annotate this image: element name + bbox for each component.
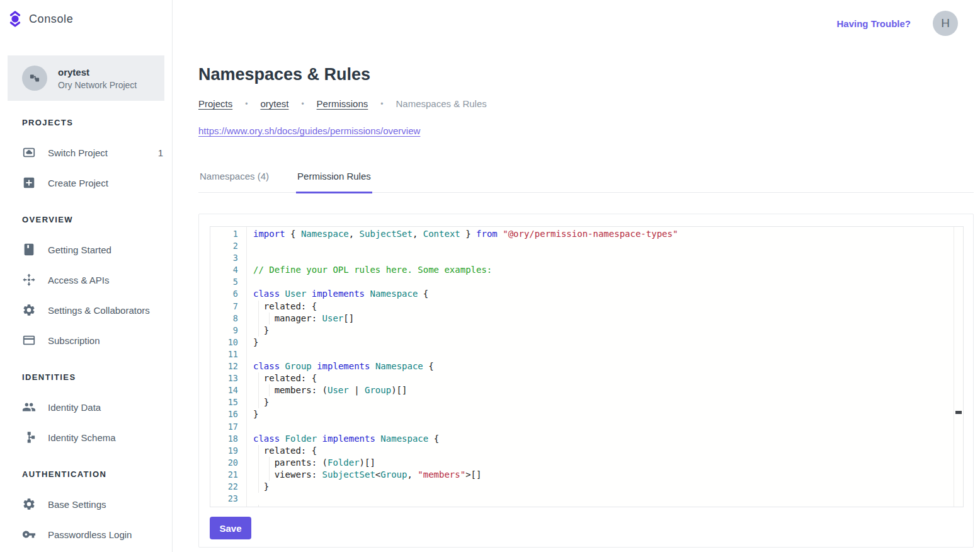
line-number: 6 [210, 288, 238, 300]
project-type: Ory Network Project [58, 80, 137, 90]
breadcrumb-link-orytest[interactable]: orytest [260, 98, 288, 109]
breadcrumb-link-projects[interactable]: Projects [198, 98, 232, 109]
sidebar-item-label: Create Project [48, 178, 108, 188]
code-line[interactable]: class Folder implements Namespace { [253, 433, 963, 445]
sidebar-section-authentication: AUTHENTICATION [22, 469, 172, 479]
sidebar-item-label: Access & APIs [48, 275, 110, 285]
code-line[interactable] [253, 421, 963, 433]
line-number: 8 [210, 313, 238, 325]
code-line[interactable] [253, 276, 963, 288]
code-line[interactable]: viewers: SubjectSet<Group, "members">[] [253, 469, 963, 481]
project-switcher-card[interactable]: orytest Ory Network Project [8, 55, 164, 101]
indent-guide [253, 505, 264, 507]
editor-scrollbar-thumb[interactable] [955, 411, 962, 414]
line-number: 13 [210, 372, 238, 384]
sidebar-item-subscription[interactable]: Subscription [0, 325, 172, 355]
sidebar-item-getting-started[interactable]: Getting Started [0, 234, 172, 265]
code-line[interactable] [253, 493, 963, 505]
line-number: 11 [210, 348, 238, 360]
tab-permission-rules[interactable]: Permission Rules [296, 169, 372, 193]
code-line[interactable] [253, 252, 963, 264]
line-number: 14 [210, 384, 238, 396]
code-line[interactable] [253, 240, 963, 252]
sidebar-item-passwordless-login[interactable]: Passwordless Login [0, 519, 172, 549]
sidebar-item-label: Subscription [48, 335, 100, 346]
code-editor[interactable]: 123456789101112131415161718192021222324 … [210, 226, 964, 507]
line-number: 10 [210, 336, 238, 348]
sidebar: Console orytest Ory Network Project PROJ… [0, 0, 173, 552]
sidebar-item-identity-schema[interactable]: Identity Schema [0, 422, 172, 452]
app-logo[interactable]: Console [8, 10, 73, 28]
code-line[interactable]: related: { [253, 445, 963, 457]
editor-line-numbers: 123456789101112131415161718192021222324 [210, 227, 247, 507]
ory-logo-icon [8, 10, 23, 28]
save-button[interactable]: Save [210, 517, 251, 539]
sidebar-item-label: Getting Started [48, 244, 111, 255]
tab-namespaces-4[interactable]: Namespaces (4) [198, 169, 270, 193]
code-line[interactable]: } [253, 336, 963, 348]
code-line[interactable]: related: { [253, 372, 963, 384]
docs-link[interactable]: https://www.ory.sh/docs/guides/permissio… [198, 125, 420, 136]
line-number: 16 [210, 408, 238, 420]
line-number: 22 [210, 481, 238, 493]
code-line[interactable]: manager: User[] [253, 313, 963, 325]
indent-guide [253, 481, 264, 493]
base-settings-icon [22, 497, 36, 511]
sidebar-item-label: Base Settings [48, 499, 106, 510]
line-number: 17 [210, 421, 238, 433]
subscription-icon [22, 333, 36, 347]
code-line[interactable]: // Define your OPL rules here. Some exam… [253, 264, 963, 276]
code-line[interactable]: class User implements Namespace { [253, 288, 963, 300]
page: Console orytest Ory Network Project PROJ… [0, 0, 980, 552]
indent-guide [253, 396, 264, 408]
tab-bar: Namespaces (4)Permission Rules [198, 169, 974, 193]
breadcrumb-separator: • [245, 100, 248, 108]
sidebar-item-switch-project[interactable]: Switch Project1 [0, 137, 172, 168]
code-line[interactable]: parents: (Folder)[] [253, 457, 963, 469]
editor-scrollbar[interactable] [954, 227, 963, 507]
sidebar-item-label: Identity Data [48, 402, 101, 413]
create-project-icon [22, 176, 36, 190]
sidebar-item-access-apis[interactable]: Access & APIs [0, 265, 172, 295]
sidebar-item-settings-collaborators[interactable]: Settings & Collaborators [0, 295, 172, 325]
indent-guide [253, 313, 264, 325]
editor-code-area[interactable]: import { Namespace, SubjectSet, Context … [247, 227, 963, 507]
code-line[interactable]: import { Namespace, SubjectSet, Context … [253, 228, 963, 240]
indent-guide [264, 384, 275, 396]
project-name: orytest [58, 67, 137, 78]
indent-guide [253, 372, 264, 384]
identity-data-icon [22, 400, 36, 414]
line-number: 19 [210, 445, 238, 457]
code-line[interactable]: related: { [253, 301, 963, 313]
project-hierarchy-icon [28, 72, 41, 84]
code-line[interactable]: } [253, 325, 963, 336]
indent-guide [264, 469, 275, 481]
sidebar-item-create-project[interactable]: Create Project [0, 168, 172, 198]
sidebar-item-badge: 1 [158, 147, 163, 158]
sidebar-section-overview: OVERVIEW [22, 215, 172, 224]
code-line[interactable]: members: (User | Group)[] [253, 384, 963, 396]
code-line[interactable]: } [253, 396, 963, 408]
code-line[interactable]: permits = { [253, 505, 963, 507]
project-avatar [22, 66, 47, 91]
code-line[interactable]: } [253, 481, 963, 493]
breadcrumb-current: Namespaces & Rules [396, 98, 487, 109]
line-number: 23 [210, 493, 238, 505]
settings-icon [22, 303, 36, 317]
indent-guide [253, 384, 264, 396]
sidebar-section-identities: IDENTITIES [22, 372, 172, 382]
code-line[interactable] [253, 348, 963, 360]
indent-guide [253, 457, 264, 469]
indent-guide [253, 469, 264, 481]
indent-guide [264, 313, 275, 325]
breadcrumb-link-permissions[interactable]: Permissions [317, 98, 368, 109]
sidebar-item-identity-data[interactable]: Identity Data [0, 392, 172, 422]
breadcrumb-separator: • [380, 100, 383, 108]
sidebar-item-base-settings[interactable]: Base Settings [0, 489, 172, 519]
line-number: 24 [210, 505, 238, 507]
access-apis-icon [22, 273, 36, 287]
code-line[interactable]: class Group implements Namespace { [253, 360, 963, 372]
line-number: 15 [210, 396, 238, 408]
code-line[interactable]: } [253, 408, 963, 420]
main-content: Namespaces & Rules Projects•orytest•Perm… [198, 0, 974, 552]
